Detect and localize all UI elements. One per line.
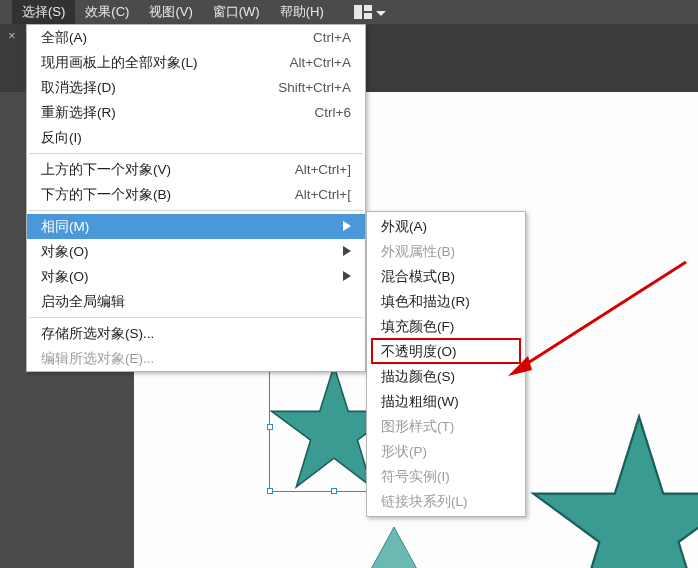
menu-effect[interactable]: 效果(C)	[75, 0, 139, 24]
submenu-item-shape: 形状(P)	[367, 439, 525, 464]
submenu-item-blend-mode[interactable]: 混合模式(B)	[367, 264, 525, 289]
menu-item-all-on-artboard[interactable]: 现用画板上的全部对象(L) Alt+Ctrl+A	[27, 50, 365, 75]
menu-item-label: 编辑所选对象(E)...	[41, 350, 351, 368]
close-icon: ×	[8, 28, 16, 43]
menu-item-label: 上方的下一个对象(V)	[41, 161, 295, 179]
menu-item-label: 启动全局编辑	[41, 293, 351, 311]
menu-item-label: 对象(O)	[41, 268, 343, 286]
menu-item-label: 现用画板上的全部对象(L)	[41, 54, 289, 72]
menu-help[interactable]: 帮助(H)	[270, 0, 334, 24]
menu-separator	[29, 317, 363, 318]
menu-item-all[interactable]: 全部(A) Ctrl+A	[27, 25, 365, 50]
menu-item-label: 全部(A)	[41, 29, 313, 47]
tab-close-button[interactable]: ×	[8, 28, 16, 43]
menu-view[interactable]: 视图(V)	[139, 0, 202, 24]
menu-item-object-1[interactable]: 对象(O)	[27, 239, 365, 264]
menu-item-label: 反向(I)	[41, 129, 351, 147]
svg-marker-5	[364, 527, 424, 568]
menu-select-label: 选择(S)	[22, 4, 65, 19]
submenu-item-label: 外观(A)	[381, 218, 427, 236]
submenu-item-label: 填充颜色(F)	[381, 318, 454, 336]
menu-separator	[29, 210, 363, 211]
menu-separator	[29, 153, 363, 154]
menu-item-label: 对象(O)	[41, 243, 343, 261]
star-shape-large[interactable]	[529, 410, 698, 568]
menu-item-shortcut: Alt+Ctrl+A	[289, 55, 351, 70]
triangle-shape[interactable]	[364, 527, 424, 568]
submenu-item-label: 填色和描边(R)	[381, 293, 470, 311]
submenu-item-label: 链接块系列(L)	[381, 493, 468, 511]
menu-item-next-above[interactable]: 上方的下一个对象(V) Alt+Ctrl+]	[27, 157, 365, 182]
menu-item-start-global-edit[interactable]: 启动全局编辑	[27, 289, 365, 314]
submenu-item-fill-color[interactable]: 填充颜色(F)	[367, 314, 525, 339]
menu-item-shortcut: Ctrl+6	[315, 105, 351, 120]
submenu-item-opacity[interactable]: 不透明度(O)	[367, 339, 525, 364]
submenu-arrow-icon	[343, 244, 351, 259]
menu-select[interactable]: 选择(S)	[12, 0, 75, 24]
submenu-item-stroke-color[interactable]: 描边颜色(S)	[367, 364, 525, 389]
submenu-item-appearance[interactable]: 外观(A)	[367, 214, 525, 239]
submenu-item-label: 混合模式(B)	[381, 268, 455, 286]
menu-item-object-2[interactable]: 对象(O)	[27, 264, 365, 289]
submenu-item-label: 描边粗细(W)	[381, 393, 459, 411]
menu-item-shortcut: Alt+Ctrl+]	[295, 162, 351, 177]
submenu-arrow-icon	[343, 219, 351, 234]
menu-item-same[interactable]: 相同(M)	[27, 214, 365, 239]
workspace-switcher[interactable]	[354, 5, 386, 20]
menu-item-shortcut: Alt+Ctrl+[	[295, 187, 351, 202]
submenu-item-label: 形状(P)	[381, 443, 427, 461]
workspace-icon	[354, 5, 372, 19]
svg-marker-4	[533, 417, 698, 568]
submenu-item-symbol-instance: 符号实例(I)	[367, 464, 525, 489]
menu-item-label: 相同(M)	[41, 218, 343, 236]
menu-item-inverse[interactable]: 反向(I)	[27, 125, 365, 150]
menu-item-label: 存储所选对象(S)...	[41, 325, 351, 343]
menu-item-shortcut: Shift+Ctrl+A	[278, 80, 351, 95]
menu-item-label: 重新选择(R)	[41, 104, 315, 122]
menu-help-label: 帮助(H)	[280, 4, 324, 19]
menu-item-deselect[interactable]: 取消选择(D) Shift+Ctrl+A	[27, 75, 365, 100]
submenu-item-fill-stroke[interactable]: 填色和描边(R)	[367, 289, 525, 314]
submenu-item-stroke-weight[interactable]: 描边粗细(W)	[367, 389, 525, 414]
menu-view-label: 视图(V)	[149, 4, 192, 19]
menu-window-label: 窗口(W)	[213, 4, 260, 19]
menu-item-save-selection[interactable]: 存储所选对象(S)...	[27, 321, 365, 346]
app-menubar: 选择(S) 效果(C) 视图(V) 窗口(W) 帮助(H)	[0, 0, 698, 24]
menu-item-edit-selection: 编辑所选对象(E)...	[27, 346, 365, 371]
menu-item-label: 下方的下一个对象(B)	[41, 186, 295, 204]
submenu-arrow-icon	[343, 269, 351, 284]
submenu-item-appearance-attrs: 外观属性(B)	[367, 239, 525, 264]
menu-item-reselect[interactable]: 重新选择(R) Ctrl+6	[27, 100, 365, 125]
submenu-item-label: 图形样式(T)	[381, 418, 454, 436]
svg-rect-0	[354, 5, 362, 19]
menu-item-next-below[interactable]: 下方的下一个对象(B) Alt+Ctrl+[	[27, 182, 365, 207]
menu-item-shortcut: Ctrl+A	[313, 30, 351, 45]
submenu-item-label: 描边颜色(S)	[381, 368, 455, 386]
same-submenu: 外观(A) 外观属性(B) 混合模式(B) 填色和描边(R) 填充颜色(F) 不…	[366, 211, 526, 517]
submenu-item-label: 符号实例(I)	[381, 468, 450, 486]
submenu-item-link-block-series: 链接块系列(L)	[367, 489, 525, 514]
menu-item-label: 取消选择(D)	[41, 79, 278, 97]
svg-rect-1	[364, 5, 372, 11]
submenu-item-graphic-style: 图形样式(T)	[367, 414, 525, 439]
svg-rect-2	[364, 13, 372, 19]
dropdown-caret-icon	[376, 5, 386, 20]
select-menu-dropdown: 全部(A) Ctrl+A 现用画板上的全部对象(L) Alt+Ctrl+A 取消…	[26, 24, 366, 372]
menu-effect-label: 效果(C)	[85, 4, 129, 19]
submenu-item-label: 不透明度(O)	[381, 343, 457, 361]
submenu-item-label: 外观属性(B)	[381, 243, 455, 261]
menu-window[interactable]: 窗口(W)	[203, 0, 270, 24]
